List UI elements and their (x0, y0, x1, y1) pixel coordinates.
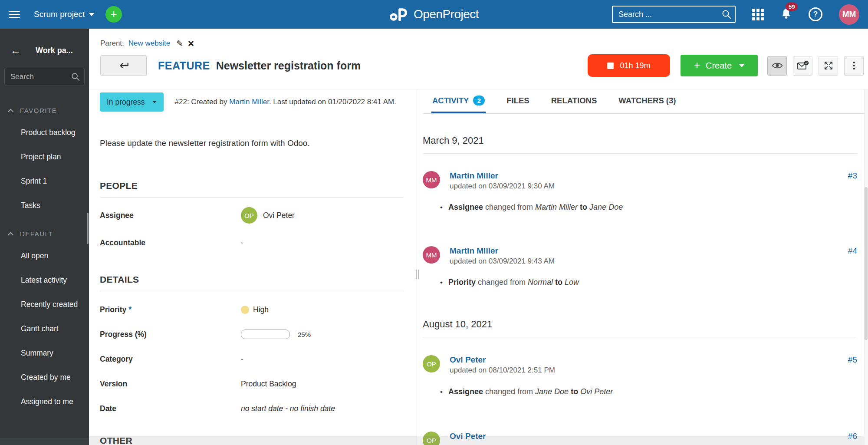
version-value[interactable]: Product Backlog (241, 379, 404, 389)
sidebar-bottom-strip (0, 438, 89, 445)
chevron-up-icon (8, 109, 13, 112)
timer-value: 01h 19m (620, 61, 650, 70)
sidebar-item-recently-created[interactable]: Recently created (0, 292, 89, 316)
activity-number-link[interactable]: #6 (848, 432, 857, 441)
edit-parent-icon[interactable]: ✎ (176, 39, 183, 49)
mark-notifications-read-button[interactable] (793, 56, 812, 76)
detail-split: In progress #22: Created by Martin Mille… (89, 89, 868, 445)
sidebar-item-assigned-to-me[interactable]: Assigned to me (0, 389, 89, 414)
assignee-value[interactable]: OP Ovi Peter (241, 207, 404, 224)
global-search-input[interactable] (612, 6, 736, 23)
kebab-icon (853, 60, 855, 70)
project-switcher-label: Scrum project (34, 10, 85, 19)
user-avatar[interactable]: MM (839, 4, 859, 25)
remove-parent-icon[interactable]: ✕ (187, 39, 194, 49)
assignee-avatar: OP (241, 207, 257, 224)
bullet-icon: • (440, 203, 443, 212)
create-label: Create (706, 61, 732, 71)
sidebar-title: Work pa... (36, 46, 73, 55)
back-arrow-icon[interactable]: ← (10, 44, 21, 56)
sidebar-item-latest-activity[interactable]: Latest activity (0, 268, 89, 292)
activity-number-link[interactable]: #4 (848, 246, 857, 256)
work-package-title[interactable]: Newsletter registration form (216, 59, 361, 72)
brand-logo[interactable]: OpenProject (389, 0, 479, 29)
sidebar-group-default[interactable]: DEFAULT (0, 230, 89, 237)
author-link[interactable]: Martin Miller (229, 98, 269, 106)
back-to-list-button[interactable] (100, 55, 147, 76)
activity-change-line: • Priority changed from Normal to Low (423, 278, 857, 289)
progress-percent-text: 25% (298, 331, 311, 338)
priority-value[interactable]: High (241, 305, 404, 314)
tab-watchers[interactable]: WATCHERS (3) (618, 89, 677, 113)
activity-item: OP Ovi Peter #6 (423, 432, 857, 445)
sidebar-item-summary[interactable]: Summary (0, 341, 89, 365)
sidebar-group-favorite[interactable]: FAVORITE (0, 107, 89, 114)
progress-value[interactable]: 25% (241, 330, 404, 339)
assignee-name: Ovi Peter (263, 211, 295, 220)
watch-button[interactable] (767, 56, 787, 76)
fullscreen-button[interactable] (819, 56, 838, 76)
sidebar-header: ← Work pa... (0, 44, 89, 56)
openproject-mark-icon (389, 7, 409, 21)
expand-arrows-icon (823, 60, 834, 71)
sidebar-item-created-by-me[interactable]: Created by me (0, 365, 89, 389)
activity-timestamp: updated on 03/09/2021 9:43 AM (450, 257, 848, 266)
content-scrollbar[interactable] (864, 89, 868, 445)
brand-name: OpenProject (414, 7, 479, 21)
sidebar-item-gantt-chart[interactable]: Gantt chart (0, 316, 89, 341)
notifications-bell[interactable]: 59 (780, 8, 792, 21)
version-row: Version Product Backlog (100, 376, 404, 392)
sidebar-search (4, 68, 85, 86)
activity-user-link[interactable]: Ovi Peter (450, 432, 848, 441)
category-row: Category - (100, 351, 404, 367)
help-button[interactable]: ? (809, 7, 822, 21)
activity-user-link[interactable]: Martin Miller (450, 246, 848, 256)
activity-user-link[interactable]: Ovi Peter (450, 355, 848, 365)
activity-date-header: March 9, 2021 (423, 135, 857, 148)
category-label: Category (100, 355, 241, 364)
category-value[interactable]: - (241, 355, 404, 364)
hamburger-menu-icon[interactable] (0, 0, 29, 29)
sidebar-item-tasks[interactable]: Tasks (0, 193, 89, 218)
work-package-type[interactable]: FEATURE (158, 59, 210, 72)
tab-files[interactable]: FILES (506, 89, 530, 113)
other-section-heading: OTHER (100, 435, 404, 445)
global-add-button[interactable]: + (105, 6, 122, 23)
project-switcher[interactable]: Scrum project (34, 10, 94, 19)
status-dropdown[interactable]: In progress (100, 92, 164, 112)
notification-count-badge: 59 (786, 3, 798, 11)
sidebar-scrollbar-thumb[interactable] (87, 213, 89, 244)
parent-link[interactable]: New website (128, 39, 170, 48)
more-options-button[interactable] (844, 56, 864, 76)
parent-label: Parent: (100, 39, 124, 48)
tab-relations[interactable]: RELATIONS (550, 89, 598, 113)
search-icon (71, 73, 80, 81)
work-package-description[interactable]: Please update the newsletter registratio… (100, 138, 404, 150)
accountable-row: Accountable - (100, 236, 404, 249)
priority-label: Priority* (100, 305, 241, 314)
top-bar: Scrum project + OpenProject (0, 0, 868, 29)
sidebar-item-sprint-1[interactable]: Sprint 1 (0, 169, 89, 193)
activity-avatar: OP (423, 432, 440, 445)
modules-grid-icon[interactable] (752, 9, 764, 20)
content-scrollbar-thumb[interactable] (865, 187, 868, 340)
sidebar-item-all-open[interactable]: All open (0, 244, 89, 268)
version-label: Version (100, 379, 241, 389)
assignee-label: Assignee (100, 211, 241, 220)
plus-icon: + (694, 59, 700, 71)
accountable-value[interactable]: - (241, 238, 404, 247)
sidebar-item-product-backlog[interactable]: Product backlog (0, 120, 89, 145)
activity-avatar: MM (423, 246, 440, 264)
stop-timer-button[interactable]: 01h 19m (588, 54, 670, 77)
activity-user-link[interactable]: Martin Miller (450, 171, 848, 181)
tab-activity[interactable]: ACTIVITY 2 (431, 89, 486, 113)
activity-number-link[interactable]: #3 (848, 171, 857, 181)
progress-bar (241, 330, 290, 339)
create-button[interactable]: + Create (681, 55, 758, 76)
chevron-up-icon (8, 232, 13, 236)
date-value[interactable]: no start date - no finish date (241, 404, 404, 413)
sidebar-item-project-plan[interactable]: Project plan (0, 145, 89, 169)
attributes-panel: In progress #22: Created by Martin Mille… (89, 89, 417, 445)
section-divider (100, 291, 404, 291)
activity-number-link[interactable]: #5 (848, 355, 857, 365)
